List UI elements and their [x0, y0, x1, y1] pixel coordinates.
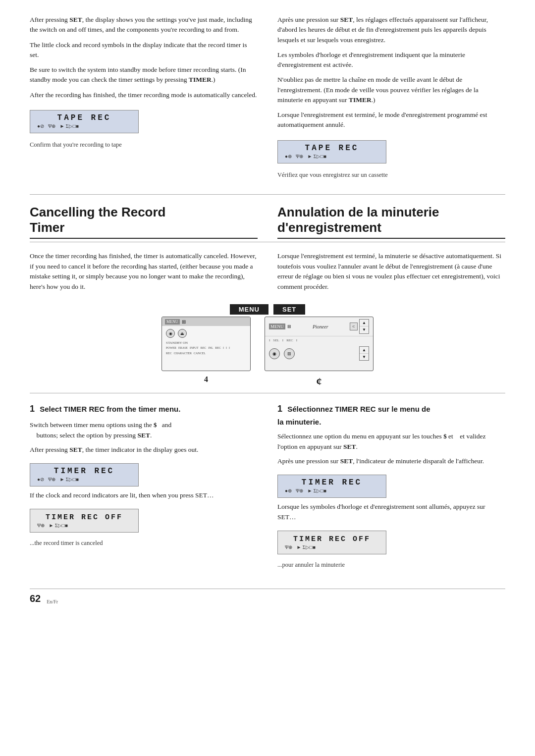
step-left-number: 1 [30, 404, 35, 414]
vcr-label-i: I [296, 338, 297, 342]
icon-off-arr-left: ► Σ▷□■ [49, 523, 67, 528]
tape-rec-icons-left: ●⊘ Ψ⊕ ► Σ▷□■ [37, 123, 131, 129]
top-left-para1: After pressing SET, the display shows yo… [30, 15, 258, 35]
timer-rec-display-right: TIMER REC ●⊕ Ψ⊕ ► Σ▷□■ [277, 475, 386, 498]
diagram-section: MENU SET MENU ⊞ ◉ ⏏ STANDBY ON POWERERAS… [30, 304, 505, 388]
timer-rec-icons-left: ●⊘ Ψ⊕ ► Σ▷□■ [37, 477, 131, 482]
set-label: SET [273, 304, 305, 315]
confirm-text-left: Confirm that you're recording to tape [30, 140, 258, 150]
vcr-circle-left: ◉ [269, 348, 280, 359]
steps-section: 1 Select TIMER REC from the timer menu. … [30, 393, 505, 574]
vcr-arrow-col: ▲ ▼ [359, 346, 369, 361]
vcr-label-2: I [282, 338, 283, 342]
device-diagram: MENU ⊞ ◉ ⏏ STANDBY ON POWERERASEINPUTREC… [30, 317, 505, 371]
timer-rec-display-left: TIMER REC ●⊘ Ψ⊕ ► Σ▷□■ [30, 463, 139, 486]
vcr-label-1: I [269, 338, 270, 342]
vcr-top-left: MENU ⊞ [269, 324, 291, 329]
step-right-number: 1 [277, 404, 282, 414]
menu-set-label-row: MENU SET [213, 304, 322, 315]
diagram-numbers: 4 ¢ [30, 375, 505, 388]
tape-rec-title-right: TAPE REC [285, 144, 379, 153]
step-left-para1: Switch between timer menu options using … [30, 420, 258, 441]
icon-timer-psi-right: Ψ⊕ [296, 488, 303, 493]
cancel-para-right: Lorsque l'enregistrement est terminé, la… [277, 251, 505, 293]
step-right-heading-text: Sélectionnez TIMER REC sur le menu de la… [277, 405, 430, 426]
vcr-btn-c: C [350, 323, 358, 330]
timer-rec-off-icons-right: Ψ⊕ ► Σ▷□■ [285, 544, 379, 550]
top-right-col: Après une pression sur SET, les réglages… [277, 15, 505, 184]
icon-off-psi-left: Ψ⊕ [37, 523, 45, 528]
annulation-h2: Annulation de la minuterie d'enregistrem… [277, 205, 505, 238]
timer-rec-off-title-right: TIMER REC OFF [285, 535, 379, 543]
diagram-number-4: 4 [161, 375, 251, 388]
page-number: 62 [30, 593, 41, 604]
step-left-para2: After pressing SET, the timer indicator … [30, 445, 258, 455]
tape-rec-display-right: TAPE REC ●⊕ Ψ⊕ ► Σ▷□■ [277, 140, 386, 163]
device-btn-row: ◉ ⏏ [162, 326, 250, 340]
device-icon-menu: MENU [165, 319, 180, 324]
vcr-menu-icon: MENU [269, 324, 285, 329]
timer-rec-icons-right: ●⊕ Ψ⊕ ► Σ▷□■ [285, 488, 379, 493]
timer-rec-off-title-left: TIMER REC OFF [37, 513, 131, 522]
step-left-para3: If the clock and record indicators are l… [30, 490, 258, 501]
menu-set-labels: MENU SET [30, 304, 505, 315]
cancel-body-section: Once the timer recording has finished, t… [30, 251, 505, 297]
icon-timer-dot-left: ●⊘ [37, 477, 44, 482]
top-left-para4: After the recording has finished, the ti… [30, 90, 258, 100]
confirm-text-right: Vérifiez que vous enregistrez sur un cas… [277, 170, 505, 180]
menu-label: MENU [230, 304, 268, 315]
device-top-bar: MENU ⊞ [162, 317, 250, 326]
arrow-down-icon: ▼ [360, 326, 369, 333]
cancel-para-left: Once the timer recording has finished, t… [30, 251, 258, 293]
icon-timer-psi-left: Ψ⊕ [48, 477, 55, 482]
standby-btn: ◉ [166, 329, 175, 338]
pioneer-logo: Pioneer [313, 324, 328, 329]
step-right-col: 1 Sélectionnez TIMER REC sur le menu de … [277, 402, 505, 574]
vcr-top: MENU ⊞ Pioneer C ▲ ▼ [265, 317, 373, 336]
top-section: After pressing SET, the display shows yo… [30, 15, 505, 195]
timer-rec-off-icons-left: Ψ⊕ ► Σ▷□■ [37, 523, 131, 528]
step-left-heading-text: Select TIMER REC from the timer menu. [40, 405, 180, 413]
device-left: MENU ⊞ ◉ ⏏ STANDBY ON POWERERASEINPUTREC… [161, 317, 251, 371]
vcr-nav-arrows: ▲ ▼ [359, 319, 369, 334]
device-rows-text: STANDBY ON POWERERASEINPUTREC INLRECIII … [162, 340, 250, 356]
vcr-label-rec: REC [286, 338, 293, 342]
icon-dot-left: ●⊘ [37, 123, 44, 129]
icon-psi-right: Ψ⊕ [296, 154, 303, 159]
icon-psi-left: Ψ⊕ [48, 123, 55, 129]
dollar-icon-left: $ [154, 421, 157, 429]
timer-rec-title-left: TIMER REC [37, 467, 131, 476]
timer-rec-off-display-left: TIMER REC OFF Ψ⊕ ► Σ▷□■ [30, 509, 139, 533]
step-left-caption: ...the record timer is canceled [30, 539, 258, 548]
lang-note: En/Fr [47, 599, 58, 604]
vcr-bottom: ◉ ⊞ ▲ ▼ [265, 344, 373, 363]
icon-arrow-right: ► Σ▷□■ [307, 154, 326, 159]
icon-off-psi-right: Ψ⊕ [285, 544, 292, 550]
tape-rec-display-left: TAPE REC ●⊘ Ψ⊕ ► Σ▷□■ [30, 110, 139, 133]
step-right-heading: 1 Sélectionnez TIMER REC sur le menu de … [277, 402, 505, 428]
page-footer: 62 En/Fr [30, 589, 505, 604]
top-right-para1: Après une pression sur SET, les réglages… [277, 15, 505, 45]
icon-off-arr-right: ► Σ▷□■ [296, 544, 315, 550]
step-right-para2: Après une pression sur SET, l'indicateur… [277, 456, 505, 467]
cancel-timer-h2: Cancelling the Record Timer [30, 205, 258, 238]
top-right-para2: Les symboles d'horloge et d'enregistreme… [277, 50, 505, 70]
diagram-number-cent: ¢ [265, 375, 374, 388]
tape-rec-icons-right: ●⊕ Ψ⊕ ► Σ▷□■ [285, 154, 379, 159]
tape-rec-title-left: TAPE REC [37, 113, 131, 122]
step-right-caption: ...pour annuler la minuterie [277, 560, 505, 570]
cancel-body-left: Once the timer recording has finished, t… [30, 251, 258, 297]
top-right-para3: N'oubliez pas de mettre la chaîne en mod… [277, 75, 505, 105]
cancel-body-right: Lorsque l'enregistrement est terminé, la… [277, 251, 505, 297]
step-right-para1: Sélectionnez une option du menu en appuy… [277, 432, 505, 452]
step-right-para3: Lorsque les symboles d'horloge et d'enre… [277, 502, 505, 523]
arrow-down-2: ▼ [360, 354, 369, 360]
vcr-controls: C ▲ ▼ [350, 319, 369, 334]
annulation-heading: Annulation de la minuterie d'enregistrem… [277, 205, 505, 238]
vcr-label-sel: SEL [273, 338, 279, 342]
vcr-middle: I SEL I REC I [265, 336, 373, 344]
arrow-up-icon: ▲ [360, 320, 369, 326]
top-left-para3: Be sure to switch the system into standb… [30, 65, 258, 85]
icon-timer-arr-right: ► Σ▷□■ [307, 488, 326, 493]
eject-btn: ⏏ [178, 329, 187, 338]
